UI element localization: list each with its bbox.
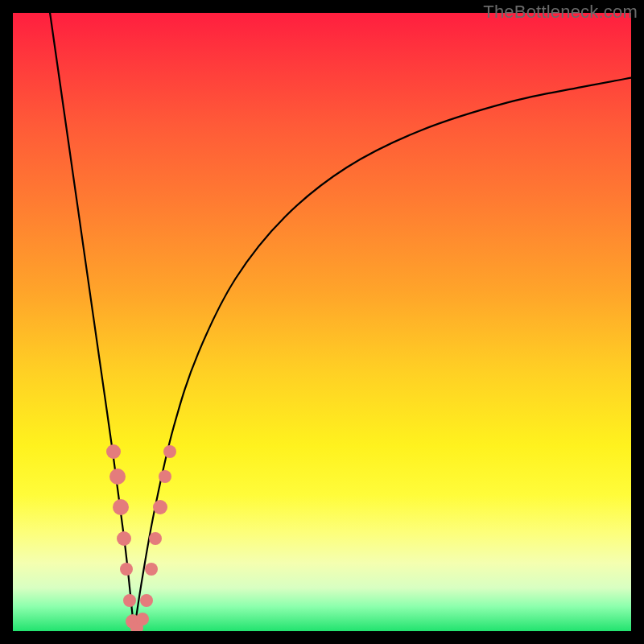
marker-dot: [106, 444, 121, 459]
marker-dot: [149, 532, 162, 545]
marker-dot: [145, 563, 158, 576]
marker-dot: [109, 469, 126, 485]
marker-dot: [153, 500, 167, 514]
marker-dot: [123, 594, 136, 607]
marker-dot: [163, 445, 176, 458]
marker-dot: [113, 499, 129, 515]
bottleneck-curve: [13, 13, 631, 631]
marker-dot: [117, 531, 131, 546]
chart-frame: TheBottleneck.com: [0, 0, 644, 644]
marker-dot: [140, 594, 153, 607]
watermark-text: TheBottleneck.com: [483, 2, 638, 23]
marker-dot: [159, 470, 171, 483]
marker-dot: [136, 613, 149, 625]
marker-dot: [120, 563, 133, 576]
plot-area: [13, 13, 631, 631]
